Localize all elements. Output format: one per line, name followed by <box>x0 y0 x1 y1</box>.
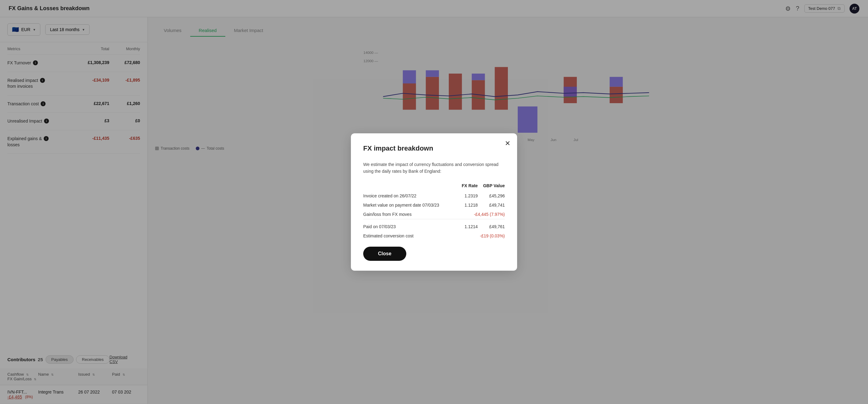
modal-cell-market-label: Market value on payment date 07/03/23 <box>363 200 458 210</box>
modal-title: FX impact breakdown <box>363 144 505 152</box>
modal-cell-paid-gbp: £49,761 <box>478 219 505 232</box>
modal-row-gain: Gain/loss from FX moves -£4,445 (7.97%) <box>363 210 505 219</box>
fx-impact-modal: ✕ FX impact breakdown We estimate the im… <box>351 133 517 271</box>
modal-row-market: Market value on payment date 07/03/23 1.… <box>363 200 505 210</box>
modal-breakdown-table: FX Rate GBP Value Invoice created on 26/… <box>363 183 505 240</box>
modal-cell-conversion-label: Estimated conversion cost <box>363 231 458 240</box>
modal-col-desc <box>363 183 458 191</box>
modal-description: We estimate the impact of currency fluct… <box>363 161 505 175</box>
modal-overlay[interactable]: ✕ FX impact breakdown We estimate the im… <box>0 0 868 404</box>
modal-row-invoice: Invoice created on 26/07/22 1.2319 £45,2… <box>363 191 505 200</box>
modal-cell-invoice-rate: 1.2319 <box>458 191 478 200</box>
modal-cell-gain-label: Gain/loss from FX moves <box>363 210 458 219</box>
modal-cell-paid-label: Paid on 07/03/23 <box>363 219 458 232</box>
modal-cell-conversion-value: -£19 (0.03%) <box>458 231 505 240</box>
modal-col-fx-rate: FX Rate <box>458 183 478 191</box>
modal-close-button[interactable]: ✕ <box>505 140 510 147</box>
modal-cell-invoice-gbp: £45,296 <box>478 191 505 200</box>
modal-cell-invoice-label: Invoice created on 26/07/22 <box>363 191 458 200</box>
modal-close-bottom-button[interactable]: Close <box>363 247 406 261</box>
modal-cell-gain-value: -£4,445 (7.97%) <box>458 210 505 219</box>
modal-cell-market-rate: 1.1218 <box>458 200 478 210</box>
modal-row-conversion: Estimated conversion cost -£19 (0.03%) <box>363 231 505 240</box>
modal-col-gbp-value: GBP Value <box>478 183 505 191</box>
modal-cell-market-gbp: £49,741 <box>478 200 505 210</box>
modal-cell-paid-rate: 1.1214 <box>458 219 478 232</box>
modal-row-paid: Paid on 07/03/23 1.1214 £49,761 <box>363 219 505 232</box>
